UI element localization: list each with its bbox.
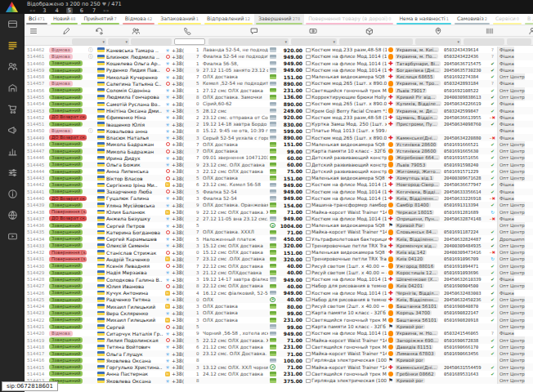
sidebar-item-company[interactable] (0, 78, 25, 99)
table-row[interactable]: 514424ЗавершенийМихаил Гилецькийlc+38(3О… (25, 303, 533, 310)
page-number-4[interactable]: 4 (53, 7, 60, 14)
table-row[interactable]: 514456ЗавершенийСоломія Сідоніна✳+38(127… (25, 87, 533, 94)
table-row[interactable]: 514442ЗавершенийСергієнко Іріна Ми..lc+3… (25, 181, 533, 188)
column-header-money-icon[interactable] (308, 27, 317, 36)
table-row[interactable]: 514434ЗавершенийСергей Карамышев✳+38(5На… (25, 235, 533, 242)
sidebar-item-info[interactable] (0, 184, 25, 205)
filter-dropdown-3[interactable]: ▾ (208, 38, 289, 45)
table-row[interactable]: 514453ЗавершенийНікітіна Оксана Дми..✳+3… (25, 107, 533, 114)
filter-dropdown-4[interactable]: ▾ (291, 38, 337, 45)
tab-Всі[interactable]: Всі471 (25, 14, 49, 24)
heart-icon[interactable]: ♥ (102, 1, 108, 7)
column-header-barcode-icon[interactable] (485, 27, 494, 36)
filter-dropdown-7[interactable] (464, 38, 504, 45)
table-row[interactable]: 514436ЗавершенийСергей Петров✳+38(5₴1004… (25, 222, 533, 229)
first-page-button[interactable]: «« (29, 7, 35, 13)
sidebar-item-tune[interactable] (0, 163, 25, 184)
page-number-3[interactable]: 3 (41, 7, 47, 14)
last-page-button[interactable]: »» (103, 7, 109, 13)
page-number-7[interactable]: 7 (91, 7, 97, 14)
table-row[interactable]: 514433ЗавершенийОлексій Семенін✳+38(315.… (25, 243, 533, 249)
table-row[interactable]: 514444ЗавершенийАнна Липенська+38(322.12… (25, 168, 533, 175)
table-row[interactable]: 514455ЗавершенийЛюдмила Гончарова✳+38(8О… (25, 94, 533, 100)
filter-dropdown-2[interactable] (131, 38, 172, 45)
table-row[interactable]: 514430ЗавершенийКсенія Левадняя+38(722.1… (25, 263, 533, 270)
table-row[interactable]: 514441ЗавершенийЗахарченко Люба+38(5Фиал… (25, 189, 533, 195)
sidebar-item-promo[interactable] (0, 120, 25, 141)
table-row[interactable]: 514421ЗавершенийСергей+38(599.00Карта па… (25, 323, 533, 330)
tab-Повернення товару (в дорозі)[interactable]: Повернення товару (в дорозі)0 (304, 14, 395, 24)
tab-Нема в наявності[interactable]: Нема в наявності1 (395, 14, 452, 24)
filter-dropdown-1[interactable]: ▾ (108, 38, 129, 45)
column-header-person-icon[interactable] (527, 27, 533, 36)
filter-dropdown-6[interactable]: ▾ (415, 38, 461, 45)
tab-Прийнятий[interactable]: Прийнятий7 (79, 14, 120, 24)
table-row[interactable]: 514423ЗавершенийВера Скляренко✳+38(1ОЛХ … (25, 310, 533, 316)
sidebar-item-stats[interactable] (0, 141, 25, 163)
tab-Відправлений[interactable]: Відправлений12 (203, 14, 254, 24)
table-row[interactable]: 514443ЗавершенийВіктор Власов+38(5ОЛХ до… (25, 175, 533, 181)
table-row[interactable]: 514454ЗавершенийСамотій Руслана Во..✳+38… (25, 100, 533, 107)
column-header-package-icon[interactable] (365, 27, 374, 36)
table-row[interactable]: 514451ЗавершенийІващенко Юлія✳+38(219.12… (25, 121, 533, 127)
table-row[interactable]: 514462ВідмоваⓘКаневська Тамара ..✳+38(1Л… (25, 47, 533, 53)
filter-dropdown-5[interactable] (339, 38, 413, 45)
column-header-phone-icon[interactable] (182, 27, 191, 36)
column-header-pin-icon[interactable] (433, 27, 442, 36)
sidebar-item-contacts[interactable] (0, 56, 25, 78)
table-row[interactable]: 514432Повернення (з..Станіслав Стрижак+3… (25, 249, 533, 256)
table-row[interactable]: 514428ЗавершенийСолодкова Галина В..✳+38… (25, 276, 533, 283)
tab-В дорозі додому[interactable]: В дорозі додому0 (523, 14, 533, 24)
table-row[interactable]: 514413ЗавершенийЯковлева Оксана✳+38(8375… (25, 377, 533, 384)
sidebar-item-dashboard[interactable] (0, 14, 25, 35)
tab-Новий[interactable]: Новий48 (49, 14, 80, 24)
table-row[interactable]: 514431Повернення (з..Андрій Ткаченкоlc+3… (25, 256, 533, 262)
table-row[interactable]: 514448ЗавершенийМикола Бадражан+38(7ОЛХ … (25, 141, 533, 148)
table-row[interactable]: 514416ЗавершенийЯковлева Оксана✳+38(8100… (25, 357, 533, 363)
table-row[interactable]: 514427ЗавершенийЮлия Иванова+38(822.12 с… (25, 283, 533, 289)
column-header-chat-icon[interactable] (249, 27, 258, 36)
column-header-people-icon[interactable] (131, 27, 140, 36)
column-header-callback-icon[interactable] (94, 27, 103, 36)
table-row[interactable]: 514445ЗавершенийОльга Божик✳+38(923.12 с… (25, 162, 533, 168)
table-row[interactable]: 514418ЗавершенийТетяна Войтович✳+38(621.… (25, 344, 533, 350)
table-row[interactable]: 514429ЗавершенийНадія Мерзаєва✳+38(321.1… (25, 270, 533, 276)
filter-dropdown-0[interactable]: ▾ (72, 38, 106, 45)
table-row[interactable]: 514440ДО Возврат ск..Гуцалюк Галина✳+38(… (25, 195, 533, 202)
table-row[interactable]: 514459ЗавершенийРуденко Лидия Пав..+38(9… (25, 67, 533, 74)
filter-dropdown-8[interactable] (507, 38, 531, 45)
tab-Самовивіз[interactable]: Самовивіз2 (453, 14, 491, 24)
filter-search-input[interactable] (174, 38, 205, 45)
table-row[interactable]: 514457ВідмоваСалегина Татьяна С..+38(5Ке… (25, 80, 533, 87)
table-row[interactable]: 514460ЗавершенийКошелева Ольга Ар..✳+38(… (25, 60, 533, 67)
table-row[interactable]: 514438Повернення (з..Юлия Баланюкlc+38(9… (25, 208, 533, 215)
table-row[interactable]: 514426ЗавершенийКучук Антонинаlc+38(416.… (25, 290, 533, 296)
table-row[interactable]: 514452ДО Возврат ск..Єфименко Ніна✳+38(2… (25, 114, 533, 121)
column-header-edit-icon[interactable] (61, 27, 70, 36)
sidebar-item-video[interactable] (0, 226, 25, 247)
table-row[interactable]: 514437ДО Возврат ск..Анжела Безушку✳+38(… (25, 216, 533, 222)
table-row[interactable]: 514417ЗавершенийОльга Глущук✳+38(023.12 … (25, 350, 533, 357)
sidebar-item-cart[interactable] (0, 99, 25, 120)
page-number-6[interactable]: 6 (78, 7, 85, 14)
table-row[interactable]: 514415ЗавершенийГоргулько Христина..✳+38… (25, 363, 533, 370)
sidebar-item-orders[interactable] (0, 35, 25, 56)
table-row[interactable]: 514450ВідмоваⓘКовальова анна✳+38(815.12.… (25, 127, 533, 134)
table-row[interactable]: 514419ЗавершенийЛилия Подолинская+38(522… (25, 336, 533, 343)
table-row[interactable]: 514449ДО Возврат ск..Власюк Наталья✳+38(… (25, 134, 533, 140)
page-number-5[interactable]: 5 (66, 7, 73, 14)
tab-Завершений[interactable]: Завершений278 (254, 14, 304, 24)
sidebar-item-globe[interactable] (0, 205, 25, 226)
table-row[interactable]: 514420ВідмоваСитарчук Наталія Гр..✳+38(9… (25, 330, 533, 336)
column-header-list-icon[interactable] (29, 27, 38, 36)
table-row[interactable]: 514439ЗавершенийУляна Мусійовська✳+38(9О… (25, 202, 533, 208)
table-row[interactable]: 514435ЗавершенийКатерина Богданова+38(7О… (25, 229, 533, 235)
app-logo-icon[interactable] (6, 2, 18, 12)
table-row[interactable]: 514461ВідмоваⓘБлизнюк Людмила ..+38(7Фиа… (25, 53, 533, 60)
tab-Запакований[interactable]: Запакований1 (156, 14, 203, 24)
table-row[interactable]: 514425ЗавершенийРадченко Тетяна✳+38(0ОЛХ… (25, 296, 533, 303)
table-row[interactable]: 514422ЗавершенийМихаил Гилецькийlc+38(3О… (25, 317, 533, 323)
table-row[interactable]: 514447ЗавершенийМикола Бадражан+38(7ОЛХ … (25, 148, 533, 154)
table-row[interactable]: 514446ЗавершенийИрина Дидух✳+38(709.01 з… (25, 154, 533, 161)
table-row[interactable]: 514414ЗавершенийАнна Пастернакlc+38(124.… (25, 371, 533, 377)
